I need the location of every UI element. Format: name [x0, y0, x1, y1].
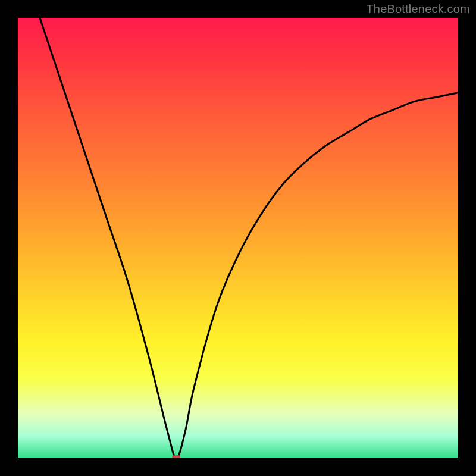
chart-frame: TheBottleneck.com: [0, 0, 476, 476]
optimal-point-marker: [172, 455, 180, 458]
plot-area: [18, 18, 458, 458]
curve-svg: [18, 18, 458, 458]
bottleneck-curve: [40, 18, 458, 458]
watermark-text: TheBottleneck.com: [366, 2, 470, 16]
